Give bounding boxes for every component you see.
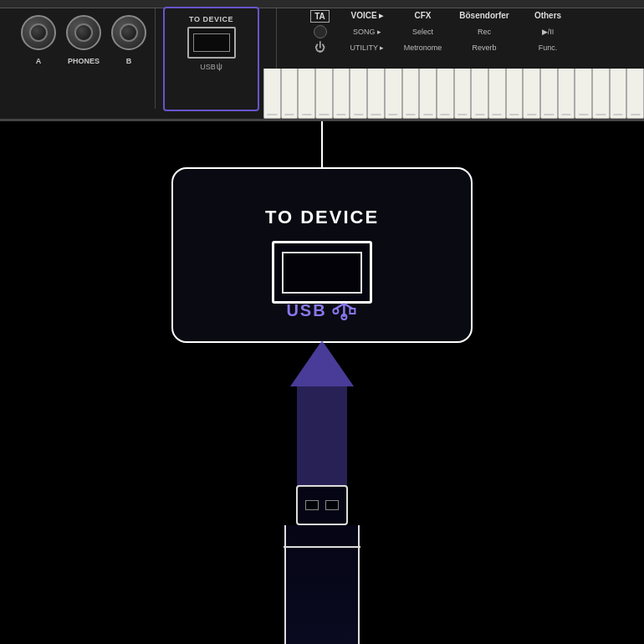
others-label: Others: [534, 10, 561, 21]
connection-line-top: [321, 121, 323, 171]
piano-key: [454, 69, 472, 119]
utility-label: UTILITY ▸: [350, 43, 385, 52]
usb-drive-body: [284, 525, 360, 644]
usb-to-device-small-label: TO DEVICE: [189, 15, 233, 23]
piano-key: [350, 69, 367, 119]
piano-key: [419, 69, 437, 119]
ta-label: TA: [310, 10, 330, 23]
piano-key: [558, 69, 575, 119]
rec-label: Rec: [478, 28, 491, 36]
usb-text: USB: [286, 301, 326, 320]
piano-key: [402, 69, 420, 119]
piano-key: [333, 69, 350, 119]
piano-key: [610, 69, 627, 119]
metronome-label: Metronome: [404, 43, 442, 52]
func-label: Func.: [539, 43, 558, 52]
piano-key: [263, 69, 281, 119]
piano-key: [540, 69, 558, 119]
device-panel: A PHONES B TO DEVICE USB ψ: [0, 0, 644, 121]
zoom-usb-label: USB: [286, 300, 357, 320]
led-dot-btn[interactable]: [314, 25, 327, 38]
piano-key: [367, 69, 385, 119]
usb-connector-head: [296, 485, 348, 525]
zoom-usb-port: [272, 241, 372, 304]
piano-key: [298, 69, 315, 119]
separator-left: [155, 8, 156, 109]
piano-key: [626, 69, 644, 119]
svg-line-1: [336, 304, 345, 309]
menu-area: TA VOICE ▸ CFX Bösendorfer Others SONG ▸: [297, 10, 640, 54]
zoom-to-device-label: TO DEVICE: [265, 207, 379, 228]
select-label: Select: [412, 28, 433, 36]
usb-symbol-small: USB ψ: [200, 62, 222, 71]
usb-port-rect: [187, 27, 236, 59]
usb-trident-icon: [331, 300, 358, 320]
arrow-head: [290, 340, 354, 386]
zoom-usb-slot: [282, 252, 362, 294]
piano-key: [315, 69, 333, 119]
device-top-bar: [0, 0, 644, 8]
zoom-box: TO DEVICE USB: [171, 167, 473, 343]
bosendorfer-label: Bösendorfer: [459, 10, 509, 21]
piano-keys: [263, 69, 644, 119]
play-label: ▶/II: [542, 28, 555, 36]
piano-key: [506, 69, 524, 119]
piano-key: [281, 69, 299, 119]
reverb-label: Reverb: [472, 43, 496, 52]
knob-phones: PHONES: [66, 15, 101, 50]
cfx-label: CFX: [415, 10, 432, 21]
usb-port-highlight: TO DEVICE USB ψ: [163, 7, 259, 111]
knob-a: A: [21, 15, 56, 50]
piano-key: [488, 69, 506, 119]
piano-key: [575, 69, 592, 119]
song-label: SONG ▸: [353, 28, 381, 36]
usb-hole-right: [325, 500, 339, 510]
usb-hole-left: [305, 500, 319, 510]
piano-key: [592, 69, 610, 119]
knob-b: B: [111, 15, 146, 50]
piano-key: [523, 69, 540, 119]
svg-rect-4: [350, 309, 355, 314]
usb-port-slot: [193, 33, 230, 52]
piano-key: [471, 69, 488, 119]
svg-point-3: [334, 309, 339, 314]
piano-key: [437, 69, 454, 119]
diagram-area: TO DEVICE USB: [0, 121, 644, 644]
usb-flash-drive: [276, 485, 368, 644]
piano-key: [385, 69, 402, 119]
voice-label: VOICE ▸: [351, 10, 384, 21]
power-symbol[interactable]: ⏻: [314, 41, 325, 54]
